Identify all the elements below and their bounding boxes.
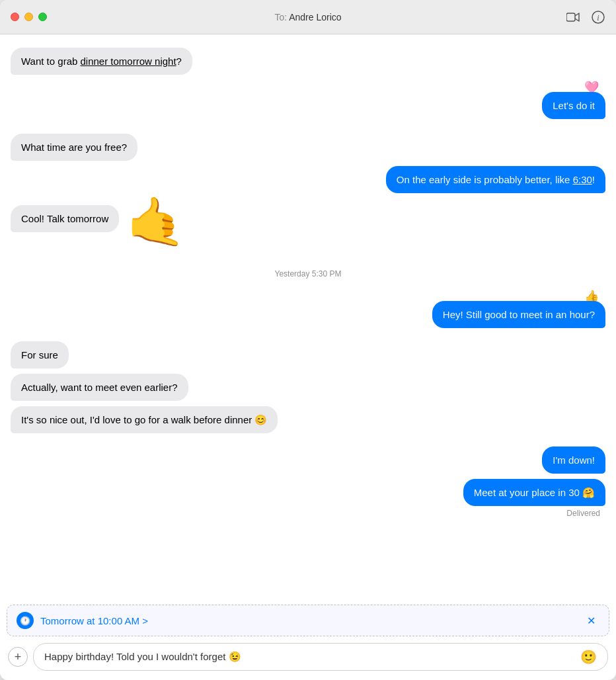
recipient-label: To: Andre Lorico — [274, 12, 341, 22]
message-bubble: Let's do it — [542, 92, 605, 119]
list-item: Cool! Talk tomorrow 🤙 — [11, 205, 605, 232]
add-attachment-button[interactable]: + — [8, 647, 28, 667]
messages-area: Want to grab dinner tomorrow night? 🩷 Le… — [0, 34, 616, 602]
message-bubble: Cool! Talk tomorrow — [11, 205, 119, 232]
message-input-field[interactable]: Happy birthday! Told you I wouldn't forg… — [33, 643, 608, 671]
message-bubble: Hey! Still good to meet in an hour? — [432, 301, 605, 328]
scheduled-message-banner: 🕐 Tomorrow at 10:00 AM > ✕ — [7, 605, 609, 636]
scheduled-text[interactable]: Tomorrow at 10:00 AM > — [40, 615, 583, 626]
message-bubble: Meet at your place in 30 🤗 — [463, 479, 605, 506]
svg-text:i: i — [597, 13, 599, 22]
close-button[interactable] — [11, 13, 19, 21]
table-row: Let's do it — [11, 92, 605, 119]
table-row: It's so nice out, I'd love to go for a w… — [11, 406, 605, 433]
memoji-sticker: 🤙 — [126, 198, 186, 245]
traffic-lights — [11, 13, 47, 21]
info-button[interactable]: i — [591, 10, 605, 24]
table-row: Want to grab dinner tomorrow night? — [11, 48, 605, 75]
input-bar: + Happy birthday! Told you I wouldn't fo… — [0, 636, 616, 680]
video-call-button[interactable] — [566, 10, 580, 24]
message-bubble: For sure — [11, 341, 69, 368]
table-row: What time are you free? — [11, 134, 605, 161]
scheduled-close-button[interactable]: ✕ — [583, 613, 599, 628]
list-item: 🩷 Let's do it — [11, 80, 605, 120]
timestamp-divider: Yesterday 5:30 PM — [11, 269, 605, 278]
message-bubble: What time are you free? — [11, 134, 137, 161]
delivered-status: Delivered — [566, 509, 605, 518]
recipient-name: Andre Lorico — [289, 12, 341, 22]
maximize-button[interactable] — [38, 13, 47, 21]
emoji-picker-button[interactable]: 🙂 — [580, 649, 597, 665]
list-item: 👍 Hey! Still good to meet in an hour? — [11, 289, 605, 329]
table-row: I'm down! — [11, 446, 605, 474]
message-bubble: I'm down! — [542, 446, 605, 474]
to-label: To: — [274, 12, 289, 22]
table-row: For sure — [11, 341, 605, 368]
input-text-content: Happy birthday! Told you I wouldn't forg… — [44, 651, 241, 663]
message-bubble: On the early side is probably better, li… — [386, 166, 605, 193]
table-row: On the early side is probably better, li… — [11, 166, 605, 193]
scheduled-clock-icon: 🕐 — [17, 612, 34, 629]
message-bubble: Actually, want to meet even earlier? — [11, 374, 188, 401]
minimize-button[interactable] — [24, 13, 33, 21]
table-row: Meet at your place in 30 🤗 — [11, 479, 605, 506]
svg-rect-0 — [566, 13, 575, 21]
titlebar: To: Andre Lorico i — [0, 0, 616, 34]
message-bubble: Want to grab dinner tomorrow night? — [11, 48, 192, 75]
message-bubble: It's so nice out, I'd love to go for a w… — [11, 406, 278, 433]
list-item: Meet at your place in 30 🤗 Delivered — [11, 479, 605, 518]
messages-window: To: Andre Lorico i Want to grab dinner t… — [0, 0, 616, 680]
table-row: Hey! Still good to meet in an hour? — [11, 301, 605, 328]
titlebar-actions: i — [566, 10, 605, 24]
table-row: Actually, want to meet even earlier? — [11, 374, 605, 401]
